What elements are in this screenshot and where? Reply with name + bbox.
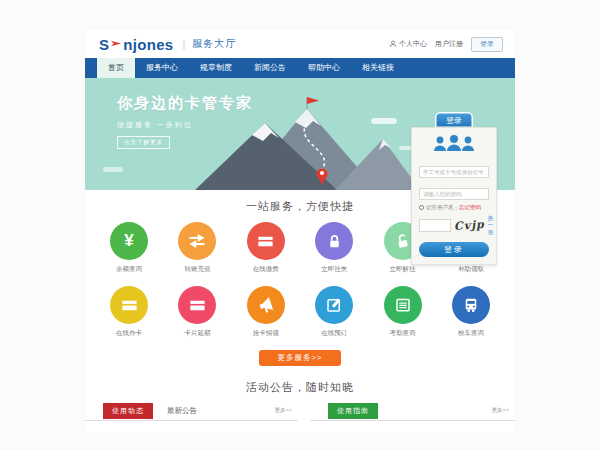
users-group-icon [419,134,489,156]
hero-title: 你身边的卡管专家 [117,94,253,113]
announcements-left-panel: 使用动态 最新公告 更多>> [85,403,298,421]
megaphone-icon [247,286,285,324]
login-form: 记住用户名 | 忘记密码 Cvjp 换一张 登录 [411,127,497,265]
login-tab[interactable]: 登录 [435,112,473,128]
hero-copy: 你身边的卡管专家 便捷服务 一步到位 点击了解更多 [117,94,253,149]
captcha-refresh-link[interactable]: 换一张 [488,215,494,236]
logo-arrow-icon [111,38,122,49]
announcements-right-panel: 使用指南 更多>> [310,403,515,421]
card-icon [247,222,285,260]
nav-item-home[interactable]: 首页 [97,58,135,78]
header-login-button[interactable]: 登录 [471,37,503,52]
left-more-link[interactable]: 更多>> [275,407,292,414]
service-card-extension[interactable]: 卡片延期 [169,286,225,338]
logo-text-left: S [99,36,109,53]
card-icon [110,286,148,324]
tab-usage-guide[interactable]: 使用指南 [328,403,378,419]
remember-row: 记住用户名 | 忘记密码 [419,204,489,211]
header-links: 个人中心 用户注册 登录 [389,37,503,52]
login-panel: 登录 记住用户名 | 忘记密 [411,112,497,265]
password-input[interactable] [419,188,489,200]
remember-checkbox[interactable] [419,205,424,210]
site-container: S njones | 服务大厅 个人中心 用户注册 登录 首页 服务中心 [85,30,515,433]
header: S njones | 服务大厅 个人中心 用户注册 登录 [85,30,515,58]
hero-banner: 你身边的卡管专家 便捷服务 一步到位 点击了解更多 登录 [85,78,515,190]
transfer-icon [178,222,216,260]
yen-icon: ¥ [110,222,148,260]
personal-center-label: 个人中心 [399,39,427,49]
tab-latest-announcements[interactable]: 最新公告 [167,403,197,416]
user-icon [389,40,397,48]
hero-subtitle: 便捷服务 一步到位 [117,120,253,130]
login-submit-button[interactable]: 登录 [419,242,489,257]
announcements-section-title: 活动公告，随时知晓 [85,380,515,395]
services-row-2: 在线办卡 卡片延期 拾卡招领 [85,286,515,338]
register-label: 用户注册 [435,39,463,49]
service-balance-query[interactable]: ¥ 余额查询 [101,222,157,274]
announcements-tabs: 使用动态 最新公告 更多>> 使用指南 更多>> [85,403,515,421]
service-school-bus-query[interactable]: 校车查询 [443,286,499,338]
captcha-input[interactable] [419,219,451,232]
nav-item-links[interactable]: 相关链接 [351,58,405,78]
service-online-payment[interactable]: 在线缴费 [238,222,294,274]
captcha-row: Cvjp 换一张 [419,215,489,236]
remember-label: 记住用户名 [426,204,454,211]
bus-icon [452,286,490,324]
tab-usage-news[interactable]: 使用动态 [103,403,153,419]
lock-closed-icon [315,222,353,260]
service-online-card-apply[interactable]: 在线办卡 [101,286,157,338]
service-attendance-query[interactable]: 考勤查询 [375,286,431,338]
personal-center-link[interactable]: 个人中心 [389,39,427,49]
logo-divider: | [182,38,185,50]
cloud-shape [103,167,123,172]
remember-divider: | [456,205,457,211]
captcha-image[interactable]: Cvjp [454,218,486,233]
forgot-password-link[interactable]: 忘记密码 [459,204,481,211]
page-bottom-spacer [85,421,515,433]
nav-item-rules[interactable]: 规章制度 [189,58,243,78]
main-nav: 首页 服务中心 规章制度 新闻公告 帮助中心 相关链接 [85,58,515,78]
logo-text-right: njones [123,36,173,53]
register-link[interactable]: 用户注册 [435,39,463,49]
right-more-link[interactable]: 更多>> [492,407,509,414]
nav-item-help-center[interactable]: 帮助中心 [297,58,351,78]
card-icon [178,286,216,324]
service-report-loss[interactable]: 立即挂失 [306,222,362,274]
service-transfer-recharge[interactable]: 转账充值 [169,222,225,274]
nav-item-service-center[interactable]: 服务中心 [135,58,189,78]
more-services-button[interactable]: 更多服务>> [259,350,341,366]
nav-item-news[interactable]: 新闻公告 [243,58,297,78]
page-background: { "header": { "logo": { "part1": "S", "p… [0,0,600,450]
edit-icon [315,286,353,324]
service-online-booking[interactable]: 在线预订 [306,286,362,338]
site-name: 服务大厅 [192,37,236,51]
logo[interactable]: S njones | 服务大厅 [99,36,236,53]
hero-cta-button[interactable]: 点击了解更多 [117,136,170,149]
list-icon [384,286,422,324]
service-found-card-claim[interactable]: 拾卡招领 [238,286,294,338]
account-input[interactable] [419,166,489,178]
